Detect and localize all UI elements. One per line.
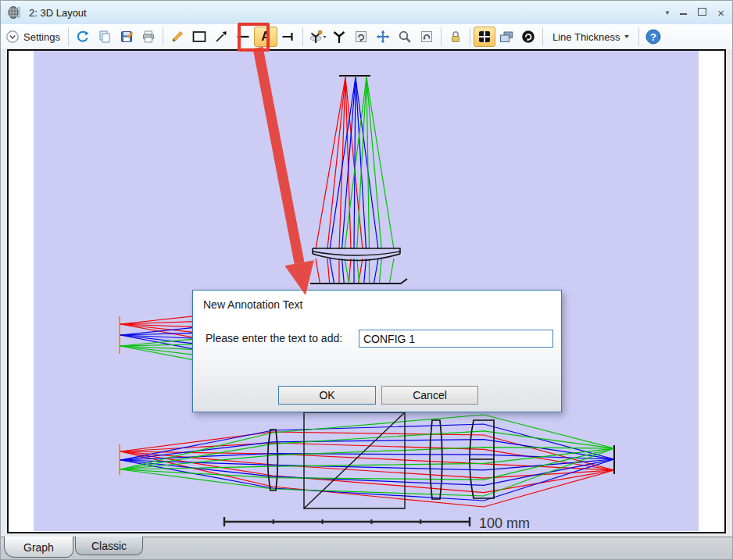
dialog-title: New Annotation Text (203, 298, 302, 311)
help-glyph: ? (650, 31, 656, 43)
sync-icon (521, 30, 535, 44)
rectangle-icon (191, 30, 207, 44)
rotate-icon (354, 30, 368, 44)
annotation-highlight-box (238, 23, 270, 52)
settings-button[interactable]: Settings (4, 27, 65, 47)
pencil-tool-button[interactable] (166, 27, 188, 47)
close-icon[interactable]: × (717, 7, 724, 19)
window-title: 2: 3D Layout (29, 7, 666, 19)
sync-button[interactable] (517, 27, 539, 47)
axis-icon (332, 30, 346, 44)
cancel-button[interactable]: Cancel (381, 386, 478, 405)
line-thickness-label: Line Thickness (552, 31, 620, 43)
annotation-text-input[interactable] (359, 330, 553, 348)
refresh-button[interactable] (72, 27, 94, 47)
lock-button[interactable] (445, 27, 467, 47)
zoom-button[interactable] (394, 27, 416, 47)
dimension-icon (281, 30, 295, 44)
pan-button[interactable] (372, 27, 394, 47)
toolbar: Settings (1, 24, 732, 49)
rectangle-tool-button[interactable] (188, 27, 210, 47)
maximize-icon[interactable] (698, 8, 706, 17)
pencil-icon (170, 30, 184, 44)
app-window: 2: 3D Layout ▾ × Settings (0, 0, 733, 560)
lens-icon (7, 5, 24, 20)
title-bar: 2: 3D Layout ▾ × (1, 1, 732, 24)
magnifier-icon (398, 30, 412, 44)
dimension-tool-button[interactable] (277, 27, 299, 47)
print-icon (141, 30, 156, 44)
copy-icon (98, 30, 112, 44)
orbit-3d-icon (308, 29, 327, 45)
new-annotation-dialog: New Annotation Text Please enter the tex… (192, 290, 562, 412)
orbit-3d-button[interactable] (306, 27, 328, 47)
fit-extents-button[interactable] (474, 27, 495, 47)
fit-extents-icon (477, 30, 492, 44)
print-button[interactable] (138, 27, 159, 47)
refresh-icon (76, 30, 90, 44)
flip-button[interactable] (416, 27, 438, 47)
line-thickness-dropdown[interactable]: Line Thickness (546, 27, 635, 47)
settings-chevron-icon (5, 30, 20, 44)
minimize-icon[interactable] (680, 9, 687, 17)
chevron-down-icon (624, 35, 629, 38)
lock-icon (449, 30, 463, 44)
settings-label: Settings (23, 31, 60, 43)
arrow-tool-button[interactable] (210, 27, 232, 47)
copy-clipboard-button[interactable] (94, 27, 116, 47)
rotate-button[interactable] (350, 27, 372, 47)
help-button[interactable]: ? (642, 27, 664, 47)
save-icon (120, 30, 134, 44)
window-menu-icon[interactable]: ▾ (666, 9, 670, 16)
help-icon: ? (645, 29, 661, 45)
save-button[interactable] (116, 27, 138, 47)
flip-icon (420, 30, 434, 44)
pan-icon (376, 30, 390, 44)
active-window-button[interactable] (495, 27, 517, 47)
tab-bar: Graph Classic (1, 533, 732, 559)
axis-button[interactable] (328, 27, 350, 47)
arrow-icon (214, 30, 228, 44)
ok-button[interactable]: OK (278, 386, 376, 405)
dialog-prompt: Please enter the text to add: (206, 332, 342, 344)
cascade-windows-icon (499, 30, 514, 44)
tab-classic[interactable]: Classic (75, 537, 143, 555)
tab-graph[interactable]: Graph (4, 537, 73, 558)
